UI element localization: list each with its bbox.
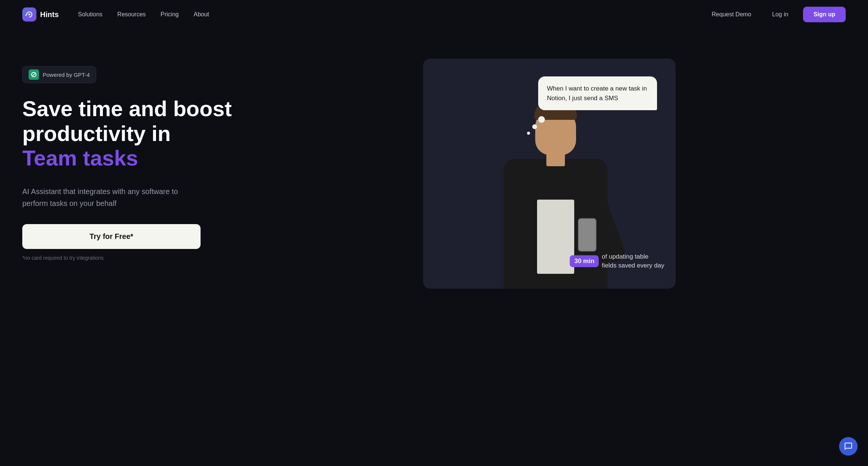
hero-left: Powered by GPT-4 Save time and boost pro… bbox=[22, 51, 238, 261]
hero-section: Powered by GPT-4 Save time and boost pro… bbox=[0, 29, 868, 465]
logo-svg bbox=[25, 10, 33, 19]
try-free-button[interactable]: Try for Free* bbox=[22, 224, 201, 249]
badge-text: Powered by GPT-4 bbox=[43, 72, 90, 78]
svg-point-0 bbox=[29, 14, 30, 16]
dot-small bbox=[527, 132, 530, 135]
demo-image: When I want to create a new task in Noti… bbox=[423, 59, 676, 289]
shirt bbox=[537, 200, 574, 274]
phone bbox=[578, 218, 596, 252]
stat-badge: 30 min of updating tablefields saved eve… bbox=[570, 252, 664, 270]
nav-link-pricing[interactable]: Pricing bbox=[155, 8, 185, 21]
logo[interactable]: Hints bbox=[22, 7, 59, 22]
hero-right: When I want to create a new task in Noti… bbox=[253, 51, 846, 289]
chat-bubble: When I want to create a new task in Noti… bbox=[538, 76, 657, 110]
gpt4-icon bbox=[29, 69, 39, 80]
nav-link-resources[interactable]: Resources bbox=[111, 8, 152, 21]
nav-right: Request Demo Log in Sign up bbox=[706, 7, 846, 22]
chat-support-icon bbox=[844, 442, 853, 451]
nav-link-solutions[interactable]: Solutions bbox=[72, 8, 108, 21]
openai-icon bbox=[30, 71, 37, 78]
powered-badge: Powered by GPT-4 bbox=[22, 66, 96, 83]
demo-card: When I want to create a new task in Noti… bbox=[423, 59, 676, 289]
dot-large bbox=[538, 116, 545, 123]
nav-links: Solutions Resources Pricing About bbox=[72, 8, 215, 21]
hero-subtext: AI Assistant that integrates with any so… bbox=[22, 186, 201, 209]
signup-button[interactable]: Sign up bbox=[803, 7, 846, 22]
login-button[interactable]: Log in bbox=[766, 8, 794, 21]
nav-link-about[interactable]: About bbox=[188, 8, 215, 21]
hero-headline: Save time and boost productivity in Team… bbox=[22, 96, 238, 171]
logo-icon bbox=[22, 7, 36, 22]
logo-text: Hints bbox=[40, 10, 59, 19]
headline-line1: Save time and boost productivity in bbox=[22, 96, 232, 145]
dot-medium bbox=[532, 124, 537, 129]
no-card-note: *no card required to try integrations bbox=[22, 255, 238, 261]
headline-colored: Team tasks bbox=[22, 146, 238, 171]
chat-support-button[interactable] bbox=[839, 437, 858, 456]
stat-minutes: 30 min bbox=[570, 255, 599, 267]
chat-bubble-text: When I want to create a new task in Noti… bbox=[547, 84, 648, 103]
navbar: Hints Solutions Resources Pricing About … bbox=[0, 0, 868, 29]
nav-left: Hints Solutions Resources Pricing About bbox=[22, 7, 215, 22]
stat-text: of updating tablefields saved every day bbox=[602, 252, 664, 270]
request-demo-button[interactable]: Request Demo bbox=[706, 8, 757, 21]
